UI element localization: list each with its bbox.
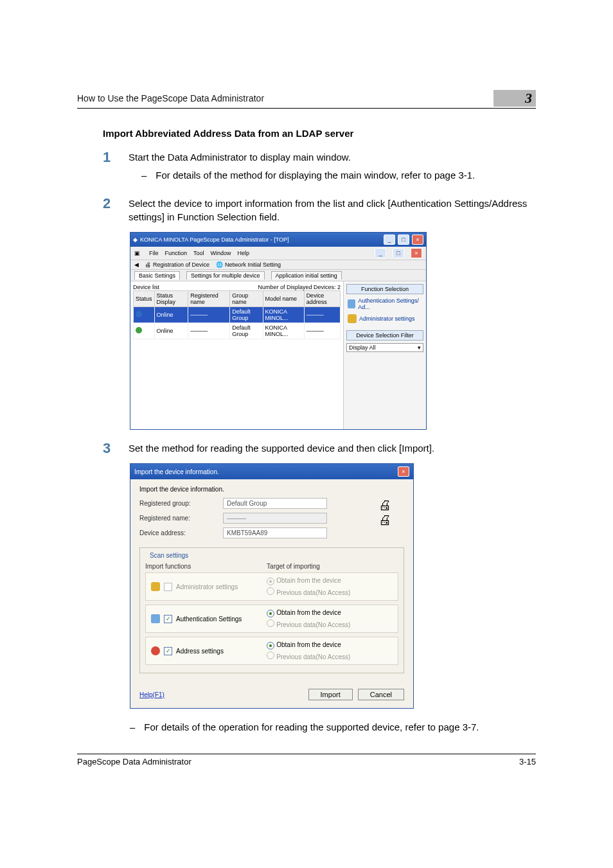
- screenshot-main-window: ◆ KONICA MINOLTA PageScope Data Administ…: [130, 232, 427, 430]
- dash-icon: –: [130, 720, 135, 734]
- function-selection-title: Function Selection: [346, 284, 423, 294]
- running-header: How to Use the PageScope Data Administra…: [77, 90, 536, 109]
- option-auth-settings: ✓ Authentication Settings Obtain from th…: [145, 605, 398, 633]
- mdi-icon: ▣: [134, 250, 140, 256]
- radio-previous: [267, 651, 274, 659]
- registered-group-value: Default Group: [223, 498, 327, 509]
- close-button[interactable]: ×: [412, 235, 423, 245]
- mdi-minimize-button[interactable]: _: [375, 248, 386, 258]
- device-filter-dropdown[interactable]: Display All ▾: [346, 343, 423, 352]
- radio-previous: [267, 619, 274, 627]
- device-table: Status Status Display Registered name Gr…: [133, 290, 341, 339]
- col-registered-name[interactable]: Registered name: [188, 291, 230, 307]
- checkbox-auth[interactable]: ✓: [164, 615, 172, 623]
- step-3: 3 Set the method for reading the support…: [103, 441, 536, 456]
- registered-name-value: ———: [223, 513, 327, 524]
- network-setting-button[interactable]: 🌐Network Initial Setting: [216, 261, 281, 268]
- step-text: Select the device to import information …: [129, 197, 536, 225]
- page-footer: PageScope Data Administrator 3-15: [77, 754, 536, 766]
- admin-settings-link[interactable]: Administrator settings: [346, 314, 423, 324]
- col-model-name[interactable]: Model name: [263, 291, 304, 307]
- step-1: 1 Start the Data Administrator to displa…: [103, 150, 536, 189]
- tabbar: Basic Settings Settings for multiple dev…: [130, 270, 426, 281]
- printer-icon: 🖨: [366, 513, 404, 527]
- device-count-value: 2: [337, 284, 341, 290]
- menu-file[interactable]: File: [149, 250, 159, 256]
- checkbox-admin: [164, 583, 172, 591]
- dash-icon: –: [141, 168, 147, 182]
- tab-app-initial[interactable]: Application initial setting: [271, 271, 342, 279]
- screenshot-import-dialog: Import the device information. × Import …: [130, 463, 414, 709]
- address-icon: [151, 646, 160, 655]
- menubar: ▣ File Function Tool Window Help _ □ ×: [130, 247, 426, 260]
- radio-obtain[interactable]: [267, 642, 274, 650]
- radio-obtain: [267, 578, 274, 585]
- device-filter-title: Device Selection Filter: [346, 330, 423, 341]
- back-icon: ◀: [134, 261, 139, 268]
- window-title: KONICA MINOLTA PageScope Data Administra…: [140, 236, 289, 243]
- col-target-importing: Target of importing: [267, 563, 398, 570]
- col-import-functions: Import functions: [145, 563, 267, 570]
- section-title: Import Abbreviated Address Data from an …: [103, 128, 536, 139]
- registered-group-label: Registered group:: [139, 500, 217, 507]
- registered-name-label: Registered name:: [139, 515, 217, 522]
- col-status-display[interactable]: Status Display: [154, 291, 188, 307]
- scan-settings-fieldset: Scan settings Import functions Target of…: [139, 547, 404, 673]
- auth-icon: [348, 299, 355, 308]
- register-device-button[interactable]: 🖨Registration of Device: [145, 261, 209, 268]
- user-icon: [151, 582, 160, 591]
- col-group-name[interactable]: Group name: [230, 291, 263, 307]
- device-count-label: Number of Displayed Devices: [258, 284, 334, 290]
- menu-window[interactable]: Window: [211, 250, 231, 256]
- mdi-close-button[interactable]: ×: [411, 248, 422, 258]
- scan-settings-title: Scan settings: [148, 552, 190, 559]
- table-row[interactable]: Online ——— Default Group KONICA MINOL...…: [134, 307, 341, 323]
- device-list-label: Device list: [133, 284, 159, 290]
- radio-previous: [267, 587, 274, 595]
- tab-basic-settings[interactable]: Basic Settings: [134, 271, 180, 279]
- menu-tool[interactable]: Tool: [193, 250, 204, 256]
- device-address-label: Device address:: [139, 529, 217, 536]
- maximize-button[interactable]: □: [398, 235, 409, 245]
- auth-icon: [151, 614, 160, 623]
- step-number: 1: [103, 150, 116, 189]
- help-link[interactable]: Help(F1): [139, 691, 164, 698]
- back-button[interactable]: ◀: [134, 261, 139, 268]
- tab-multiple-device[interactable]: Settings for multiple device: [186, 271, 265, 279]
- user-icon: [348, 314, 357, 323]
- table-row[interactable]: Online ——— Default Group KONICA MINOL...…: [134, 323, 341, 339]
- radio-obtain[interactable]: [267, 610, 274, 617]
- status-icon: [136, 327, 142, 333]
- mdi-restore-button[interactable]: □: [393, 248, 404, 258]
- minimize-button[interactable]: _: [384, 235, 395, 245]
- step-text: Set the method for reading the supported…: [129, 441, 536, 456]
- dialog-title: Import the device information.: [134, 468, 219, 475]
- status-icon: [136, 311, 142, 317]
- register-icon: 🖨: [145, 261, 151, 268]
- device-address-value: KMBT59AA89: [223, 527, 327, 538]
- step-2: 2 Select the device to import informatio…: [103, 197, 536, 225]
- option-admin-settings: Administrator settings Obtain from the d…: [145, 572, 398, 601]
- network-icon: 🌐: [216, 261, 223, 268]
- option-address-settings: ✓ Address settings Obtain from the devic…: [145, 637, 398, 665]
- step-1-subitem: – For details of the method for displayi…: [141, 168, 536, 182]
- step-number: 3: [103, 441, 116, 456]
- dialog-close-button[interactable]: ×: [398, 466, 409, 477]
- dialog-intro: Import the device information.: [139, 486, 404, 493]
- app-icon: ◆: [133, 236, 138, 243]
- col-device-address[interactable]: Device address: [304, 291, 340, 307]
- auth-address-link[interactable]: Authentication Settings/ Ad...: [346, 297, 423, 311]
- checkbox-address[interactable]: ✓: [164, 647, 172, 655]
- subitem-text: For details of the operation for reading…: [144, 720, 479, 734]
- toolbar: ◀ 🖨Registration of Device 🌐Network Initi…: [130, 260, 426, 270]
- step-text: Start the Data Administrator to display …: [129, 152, 351, 163]
- footer-page: 3-15: [519, 757, 536, 766]
- chapter-number-box: 3: [493, 90, 536, 107]
- chevron-down-icon: ▾: [418, 344, 421, 351]
- cancel-button[interactable]: Cancel: [358, 689, 404, 700]
- subitem-text: For details of the method for displaying…: [155, 168, 475, 182]
- menu-help[interactable]: Help: [238, 250, 250, 256]
- menu-function[interactable]: Function: [165, 250, 188, 256]
- col-status[interactable]: Status: [134, 291, 155, 307]
- import-button[interactable]: Import: [308, 689, 353, 700]
